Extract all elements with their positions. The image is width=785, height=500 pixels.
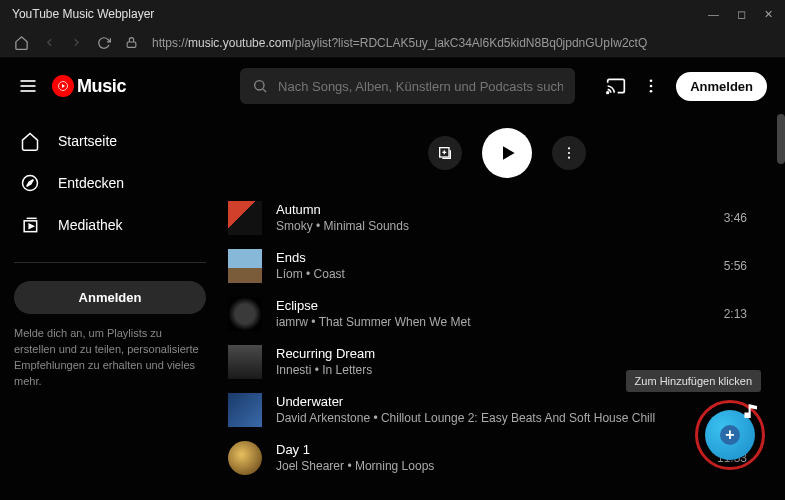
track-title: Day 1 xyxy=(276,442,707,459)
track-thumbnail xyxy=(228,297,262,331)
track-subtitle: Joel Shearer • Morning Loops xyxy=(276,459,707,475)
home-nav-icon xyxy=(20,131,40,151)
forward-icon[interactable] xyxy=(70,36,83,49)
svg-marker-5 xyxy=(62,84,65,88)
search-box[interactable] xyxy=(240,68,575,104)
fab-highlight-ring: + xyxy=(695,400,765,470)
reload-icon[interactable] xyxy=(97,36,111,50)
brand-logo[interactable]: Music xyxy=(52,75,126,97)
sidebar-item-explore[interactable]: Entdecken xyxy=(14,162,206,204)
app-topbar: Music Anmelden xyxy=(0,58,785,114)
track-thumbnail xyxy=(228,345,262,379)
cast-icon[interactable] xyxy=(606,76,626,96)
sidebar-item-label: Mediathek xyxy=(58,217,123,233)
main-content: Autumn Smoky • Minimal Sounds 3:46 Ends … xyxy=(220,114,785,500)
hamburger-icon[interactable] xyxy=(18,76,38,96)
sidebar-item-library[interactable]: Mediathek xyxy=(14,204,206,246)
track-thumbnail xyxy=(228,201,262,235)
url-text[interactable]: https://music.youtube.com/playlist?list=… xyxy=(152,36,647,50)
track-subtitle: Líom • Coast xyxy=(276,267,714,283)
window-close-button[interactable]: ✕ xyxy=(764,8,773,21)
track-title: Ends xyxy=(276,250,714,267)
explore-icon xyxy=(20,173,40,193)
track-duration: 3:46 xyxy=(724,211,747,225)
signin-button[interactable]: Anmelden xyxy=(676,72,767,101)
overflow-icon[interactable] xyxy=(642,77,660,95)
music-note-icon xyxy=(743,404,757,418)
window-titlebar: YouTube Music Webplayer — ◻ ✕ xyxy=(0,0,785,28)
play-button[interactable] xyxy=(482,128,532,178)
svg-marker-13 xyxy=(27,180,34,187)
track-thumbnail xyxy=(228,393,262,427)
search-icon xyxy=(252,78,268,94)
svg-point-11 xyxy=(650,90,653,93)
sidebar-item-label: Startseite xyxy=(58,133,117,149)
lock-icon xyxy=(125,36,138,49)
save-playlist-button[interactable] xyxy=(428,136,462,170)
back-icon[interactable] xyxy=(43,36,56,49)
svg-point-20 xyxy=(567,147,569,149)
svg-point-6 xyxy=(255,81,264,90)
window-minimize-button[interactable]: — xyxy=(708,8,719,21)
divider xyxy=(14,262,206,263)
sidebar-signin-button[interactable]: Anmelden xyxy=(14,281,206,314)
track-row[interactable]: Ends Líom • Coast 5:56 xyxy=(228,242,747,290)
svg-marker-15 xyxy=(29,224,33,228)
track-subtitle: Smoky • Minimal Sounds xyxy=(276,219,714,235)
track-title: Underwater xyxy=(276,394,737,411)
track-subtitle: David Arkenstone • Chillout Lounge 2: Ea… xyxy=(276,411,737,427)
track-title: Recurring Dream xyxy=(276,346,737,363)
track-duration: 5:56 xyxy=(724,259,747,273)
browser-urlbar: https://music.youtube.com/playlist?list=… xyxy=(0,28,785,58)
sidebar-item-label: Entdecken xyxy=(58,175,124,191)
svg-point-9 xyxy=(650,79,653,82)
track-title: Eclipse xyxy=(276,298,714,315)
more-actions-button[interactable] xyxy=(552,136,586,170)
track-row[interactable]: Day 1 Joel Shearer • Morning Loops 11:53 xyxy=(228,434,747,482)
youtube-music-icon xyxy=(52,75,74,97)
svg-point-10 xyxy=(650,85,653,88)
playlist-actions xyxy=(228,114,785,188)
svg-marker-19 xyxy=(503,146,515,159)
add-music-fab[interactable]: + xyxy=(705,410,755,460)
track-title: Autumn xyxy=(276,202,714,219)
track-thumbnail xyxy=(228,249,262,283)
svg-point-8 xyxy=(607,92,609,94)
svg-rect-0 xyxy=(127,42,136,47)
svg-point-21 xyxy=(567,152,569,154)
library-icon xyxy=(20,215,40,235)
sidebar-item-home[interactable]: Startseite xyxy=(14,120,206,162)
svg-line-7 xyxy=(263,89,266,92)
scrollbar-thumb[interactable] xyxy=(777,114,785,164)
track-row[interactable]: Underwater David Arkenstone • Chillout L… xyxy=(228,386,747,434)
sidebar-blurb: Melde dich an, um Playlists zu erstellen… xyxy=(14,326,206,390)
track-subtitle: iamrw • That Summer When We Met xyxy=(276,315,714,331)
window-title: YouTube Music Webplayer xyxy=(12,7,154,21)
plus-icon: + xyxy=(720,425,740,445)
brand-name: Music xyxy=(77,76,126,97)
track-thumbnail xyxy=(228,441,262,475)
sidebar: Startseite Entdecken Mediathek Anmelden … xyxy=(0,114,220,500)
track-row[interactable]: Autumn Smoky • Minimal Sounds 3:46 xyxy=(228,194,747,242)
track-duration: 2:13 xyxy=(724,307,747,321)
track-row[interactable]: Eclipse iamrw • That Summer When We Met … xyxy=(228,290,747,338)
svg-point-22 xyxy=(567,157,569,159)
add-tooltip: Zum Hinzufügen klicken xyxy=(626,370,761,392)
window-maximize-button[interactable]: ◻ xyxy=(737,8,746,21)
search-input[interactable] xyxy=(278,79,563,94)
home-icon[interactable] xyxy=(14,35,29,50)
